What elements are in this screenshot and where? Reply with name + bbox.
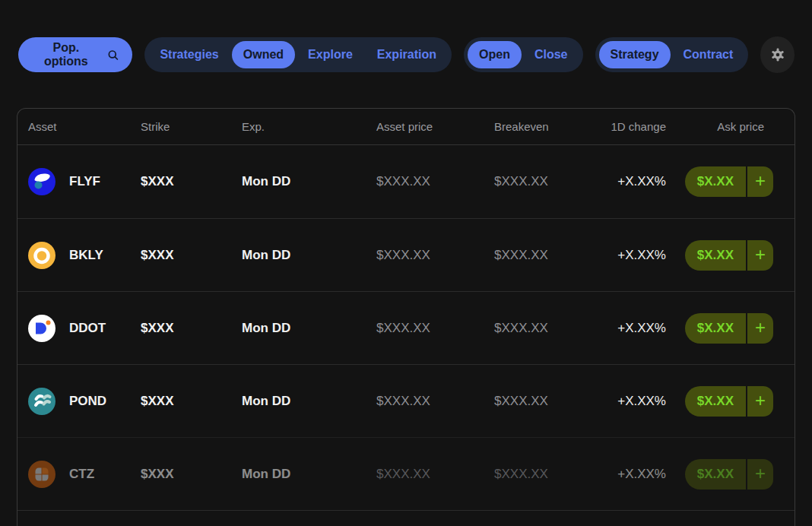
asset-ticker: CTZ <box>69 467 94 482</box>
column-header-asset-price: Asset price <box>366 109 484 144</box>
change-value: +X.XX% <box>590 219 666 291</box>
ask-cell: $X.XX + <box>666 145 795 218</box>
gear-icon <box>769 46 786 63</box>
column-header-exp: Exp. <box>231 109 366 144</box>
column-header-asset: Asset <box>17 109 130 144</box>
asset-ticker: POND <box>69 394 106 409</box>
asset-price-value: $XXX.XX <box>366 292 484 364</box>
asset-price-value: $XXX.XX <box>366 219 484 291</box>
side-tab[interactable]: Open <box>468 41 522 68</box>
table-row[interactable]: FLYF $XXX Mon DD $XXX.XX $XXX.XX +X.XX% … <box>17 145 795 218</box>
breakeven-value: $XXX.XX <box>484 219 590 291</box>
column-header-strike: Strike <box>130 109 231 144</box>
strike-value: $XXX <box>130 292 231 364</box>
exp-value: Mon DD <box>231 438 366 510</box>
table-row-partial <box>17 510 795 526</box>
strike-value: $XXX <box>130 219 231 291</box>
ask-price-pill: $X.XX + <box>685 166 773 197</box>
ask-price-button[interactable]: $X.XX <box>685 313 746 344</box>
view-tab[interactable]: Explore <box>297 41 364 68</box>
ask-price-pill: $X.XX + <box>685 386 773 417</box>
view-tab[interactable]: Expiration <box>366 41 448 68</box>
ask-price-button[interactable]: $X.XX <box>685 240 746 271</box>
flyf-logo-icon <box>28 168 56 195</box>
options-table: Asset Strike Exp. Asset price Breakeven … <box>17 108 795 526</box>
exp-value: Mon DD <box>231 219 366 291</box>
add-button[interactable]: + <box>746 240 773 271</box>
column-header-breakeven: Breakeven <box>484 109 590 144</box>
asset-ticker: BKLY <box>69 248 103 263</box>
toolbar: Pop. options StrategiesOwnedExploreExpir… <box>18 36 795 73</box>
ask-price-button[interactable]: $X.XX <box>685 166 746 197</box>
strike-value: $XXX <box>130 438 231 510</box>
add-button[interactable]: + <box>746 459 773 490</box>
mode-tab[interactable]: Contract <box>672 41 745 68</box>
ask-price-pill: $X.XX + <box>685 459 773 490</box>
ask-cell: $X.XX + <box>666 219 795 291</box>
ask-price-button[interactable]: $X.XX <box>685 386 746 417</box>
view-tabs: StrategiesOwnedExploreExpiration <box>144 37 452 72</box>
asset-price-value: $XXX.XX <box>366 145 484 218</box>
ask-price-pill: $X.XX + <box>685 240 773 271</box>
mode-tabs: StrategyContract <box>595 37 749 72</box>
mode-tab[interactable]: Strategy <box>599 41 671 68</box>
table-row[interactable]: CTZ $XXX Mon DD $XXX.XX $XXX.XX +X.XX% $… <box>17 437 795 510</box>
asset-cell: DDOT <box>17 292 130 364</box>
table-row[interactable]: POND $XXX Mon DD $XXX.XX $XXX.XX +X.XX% … <box>17 364 795 437</box>
settings-button[interactable] <box>760 36 795 73</box>
breakeven-value: $XXX.XX <box>484 292 590 364</box>
ask-cell: $X.XX + <box>666 365 795 437</box>
ask-cell: $X.XX + <box>666 292 795 364</box>
table-row[interactable]: BKLY $XXX Mon DD $XXX.XX $XXX.XX +X.XX% … <box>17 218 795 291</box>
asset-cell: BKLY <box>17 219 130 291</box>
ask-price-button[interactable]: $X.XX <box>685 459 746 490</box>
breakeven-value: $XXX.XX <box>484 365 590 437</box>
change-value: +X.XX% <box>590 145 666 218</box>
bkly-logo-icon <box>28 242 56 269</box>
asset-cell: POND <box>17 365 130 437</box>
search-icon <box>107 49 119 62</box>
view-tab[interactable]: Strategies <box>148 41 230 68</box>
asset-cell: CTZ <box>17 438 130 510</box>
exp-value: Mon DD <box>231 365 366 437</box>
side-tabs: OpenClose <box>464 37 582 72</box>
add-button[interactable]: + <box>746 313 773 344</box>
pond-logo-icon <box>28 388 56 415</box>
asset-price-value: $XXX.XX <box>366 365 484 437</box>
table-header: Asset Strike Exp. Asset price Breakeven … <box>17 109 795 145</box>
table-body: FLYF $XXX Mon DD $XXX.XX $XXX.XX +X.XX% … <box>17 145 795 510</box>
asset-ticker: FLYF <box>69 174 100 189</box>
strike-value: $XXX <box>130 365 231 437</box>
column-header-1d-change: 1D change <box>590 109 666 144</box>
table-row[interactable]: DDOT $XXX Mon DD $XXX.XX $XXX.XX +X.XX% … <box>17 291 795 364</box>
ask-price-pill: $X.XX + <box>685 313 773 344</box>
strike-value: $XXX <box>130 145 231 218</box>
view-tab[interactable]: Owned <box>232 41 295 68</box>
breakeven-value: $XXX.XX <box>484 145 590 218</box>
column-header-ask-price: Ask price <box>666 109 795 144</box>
asset-price-value: $XXX.XX <box>366 438 484 510</box>
exp-value: Mon DD <box>231 145 366 218</box>
side-tab[interactable]: Close <box>523 41 579 68</box>
add-button[interactable]: + <box>746 166 773 197</box>
change-value: +X.XX% <box>590 365 666 437</box>
change-value: +X.XX% <box>590 438 666 510</box>
change-value: +X.XX% <box>590 292 666 364</box>
add-button[interactable]: + <box>746 386 773 417</box>
options-screen: Pop. options StrategiesOwnedExploreExpir… <box>0 0 812 526</box>
breakeven-value: $XXX.XX <box>484 438 590 510</box>
ctz-logo-icon <box>28 461 56 488</box>
asset-cell: FLYF <box>17 145 130 218</box>
ask-cell: $X.XX + <box>666 438 795 510</box>
ddot-logo-icon <box>28 315 56 342</box>
exp-value: Mon DD <box>231 292 366 364</box>
pop-options-label: Pop. options <box>32 41 100 68</box>
asset-ticker: DDOT <box>69 321 106 336</box>
pop-options-button[interactable]: Pop. options <box>18 37 132 72</box>
